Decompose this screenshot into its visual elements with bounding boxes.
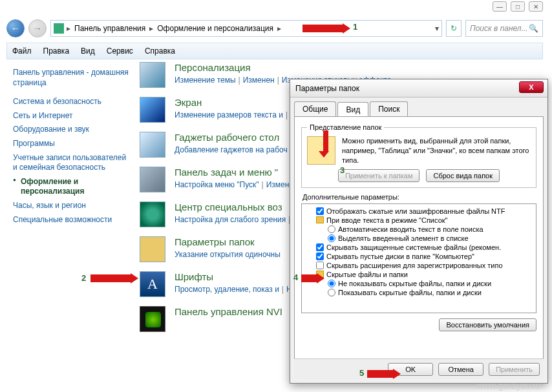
reset-folder-view-button[interactable]: Сброс вида папок xyxy=(426,169,500,182)
annotation-number-3: 3 xyxy=(340,165,345,175)
radio[interactable] xyxy=(328,225,335,233)
annotation-arrowhead-3 xyxy=(319,151,329,158)
checkbox[interactable] xyxy=(316,243,324,251)
separator: | xyxy=(275,76,282,85)
adv-label: Скрывать расширения для зарегистрированн… xyxy=(326,262,503,269)
category-link[interactable]: Настройка меню "Пуск" xyxy=(175,180,259,189)
adv-row[interactable]: Выделять введенный элемент в списке xyxy=(304,234,533,243)
dialog-tabs: Общие Вид Поиск xyxy=(290,98,547,116)
category-icon xyxy=(140,167,165,192)
close-window-button[interactable]: ✕ xyxy=(529,1,543,12)
radio[interactable] xyxy=(328,289,335,296)
adv-row[interactable]: Отображать сжатые или зашифрованные файл… xyxy=(304,207,533,216)
sidebar-item-hardware[interactable]: Оборудование и звук xyxy=(13,123,129,137)
search-icon: 🔍 xyxy=(529,24,538,33)
checkbox[interactable] xyxy=(316,262,324,269)
adv-label: При вводе текста в режиме "Список" xyxy=(326,216,447,224)
breadcrumb[interactable]: ▸ Панель управления ▸ Оформление и персо… xyxy=(50,20,442,37)
menu-file[interactable]: Файл xyxy=(12,46,32,56)
watermark: www.garayev.ru xyxy=(476,380,540,391)
radio[interactable] xyxy=(328,234,335,242)
sidebar-item-clock[interactable]: Часы, язык и регион xyxy=(13,199,129,213)
separator: | xyxy=(279,285,286,294)
adv-row[interactable]: Скрытые файлы и папки xyxy=(304,270,533,279)
apply-button[interactable]: Применить xyxy=(489,363,540,376)
back-button[interactable]: ← xyxy=(6,19,25,37)
cancel-button[interactable]: Отмена xyxy=(438,363,483,376)
category-link[interactable]: Изменение темы xyxy=(175,76,236,85)
category-link[interactable]: Настройка для слабого зрения xyxy=(175,215,286,224)
breadcrumb-icon xyxy=(54,23,64,34)
dialog-page: Представление папок Можно применить вид,… xyxy=(294,116,544,375)
sidebar-item-users[interactable]: Учетные записи пользователей и семейная … xyxy=(13,151,129,175)
tab-general[interactable]: Общие xyxy=(294,101,336,116)
adv-label: Скрытые файлы и папки xyxy=(326,271,408,278)
category-icon xyxy=(140,132,165,158)
category-title[interactable]: Персонализация xyxy=(175,62,392,73)
forward-button[interactable]: → xyxy=(28,19,47,37)
restore-defaults-button[interactable]: Восстановить умолчания xyxy=(439,318,536,331)
sidebar-item-home[interactable]: Панель управления - домашняя страница xyxy=(13,66,129,90)
annotation-number-2: 2 xyxy=(81,273,86,283)
tab-search[interactable]: Поиск xyxy=(370,101,408,116)
advanced-settings-list[interactable]: Отображать сжатые или зашифрованные файл… xyxy=(301,203,536,313)
category-title[interactable]: Параметры папок xyxy=(175,236,281,247)
menu-edit[interactable]: Правка xyxy=(43,46,70,56)
annotation-arrow-1 xyxy=(303,25,343,32)
annotation-arrow-4 xyxy=(301,274,317,282)
tab-view[interactable]: Вид xyxy=(337,102,368,117)
dialog-footer: OK Отмена Применить xyxy=(294,358,544,379)
adv-row[interactable]: Скрывать защищенные системные файлы (рек… xyxy=(304,243,533,252)
adv-label: Скрывать защищенные системные файлы (рек… xyxy=(326,243,501,251)
adv-row[interactable]: Скрывать пустые диски в папке "Компьютер… xyxy=(304,252,533,261)
apply-to-folders-button[interactable]: Применить к папкам xyxy=(338,169,420,182)
dialog-close-button[interactable]: X xyxy=(519,81,544,93)
menu-view[interactable]: Вид xyxy=(81,46,95,56)
adv-row[interactable]: Не показывать скрытые файлы, папки и дис… xyxy=(304,279,533,288)
sidebar-item-appearance[interactable]: Оформление и персонализация xyxy=(13,175,129,199)
annotation-arrow-2 xyxy=(90,274,131,282)
folder-views-legend: Представление папок xyxy=(307,123,384,131)
sidebar: Панель управления - домашняя страница Си… xyxy=(6,62,136,231)
checkbox[interactable] xyxy=(316,253,324,260)
adv-row[interactable]: Скрывать расширения для зарегистрированн… xyxy=(304,261,533,270)
category-link[interactable]: Изменение размеров текста и xyxy=(175,110,283,119)
folder-views-group: Представление папок Можно применить вид,… xyxy=(301,123,536,188)
adv-row[interactable]: При вводе текста в режиме "Список" xyxy=(304,216,533,225)
folder-icon xyxy=(316,216,324,223)
search-placeholder: Поиск в панел... xyxy=(470,24,528,33)
category-icon xyxy=(140,62,165,88)
category-title[interactable]: Панель управления NVI xyxy=(175,306,282,317)
folder-view-text: Можно применить вид, выбранный для этой … xyxy=(342,136,531,165)
category-link[interactable]: Добавление гаджетов на рабоч xyxy=(175,145,288,154)
category-icon xyxy=(140,306,165,332)
menu-bar: Файл Правка Вид Сервис Справка xyxy=(6,43,543,59)
chevron-right-icon: ▸ xyxy=(277,24,281,33)
sidebar-item-system[interactable]: Система и безопасность xyxy=(13,95,129,109)
category-link[interactable]: Изменен xyxy=(243,76,275,85)
maximize-button[interactable]: □ xyxy=(511,1,525,12)
menu-tools[interactable]: Сервис xyxy=(107,46,133,56)
search-input[interactable]: Поиск в панел... 🔍 xyxy=(465,20,543,37)
checkbox[interactable] xyxy=(316,207,324,215)
crumb-personalization[interactable]: Оформление и персонализация xyxy=(153,24,277,33)
chevron-down-icon[interactable]: ▾ xyxy=(435,24,439,33)
crumb-control-panel[interactable]: Панель управления xyxy=(70,24,149,33)
separator: | xyxy=(259,180,266,189)
annotation-number-1: 1 xyxy=(353,22,357,32)
category-icon xyxy=(140,271,165,297)
sidebar-item-network[interactable]: Сеть и Интернет xyxy=(13,109,129,123)
minimize-button[interactable]: — xyxy=(493,1,507,12)
category-link[interactable]: Указание открытия одиночны xyxy=(175,250,281,259)
category-link[interactable]: Просмотр, удаление, показ и xyxy=(175,285,279,294)
adv-label: Не показывать скрытые файлы, папки и дис… xyxy=(338,280,491,287)
adv-row[interactable]: Показывать скрытые файлы, папки и диски xyxy=(304,288,533,297)
folder-view-icon xyxy=(307,136,335,165)
folder-options-dialog: Параметры папок X Общие Вид Поиск Предст… xyxy=(290,79,548,384)
adv-row[interactable]: Автоматически вводить текст в поле поиск… xyxy=(304,225,533,234)
menu-help[interactable]: Справка xyxy=(145,46,175,56)
refresh-button[interactable]: ↻ xyxy=(446,20,462,37)
radio[interactable] xyxy=(328,280,335,287)
sidebar-item-access[interactable]: Специальные возможности xyxy=(13,213,129,227)
sidebar-item-programs[interactable]: Программы xyxy=(13,137,129,151)
